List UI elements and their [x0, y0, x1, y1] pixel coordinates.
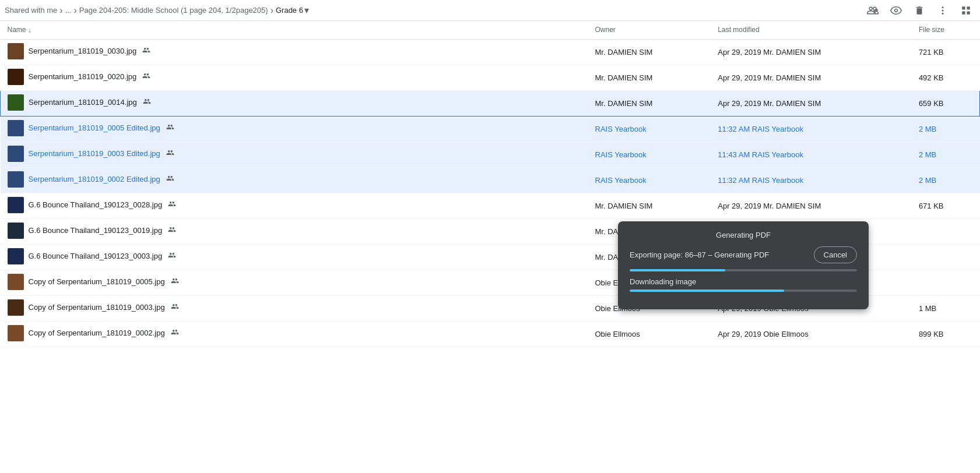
- file-name-cell: G.6 Bounce Thailand_190123_0019.jpg: [1, 219, 324, 242]
- more-options-button[interactable]: [933, 1, 952, 20]
- breadcrumb-sep-1: ›: [59, 5, 62, 16]
- table-row[interactable]: Copy of Serpentarium_181019_0002.jpgObie…: [1, 321, 980, 347]
- file-thumbnail: [8, 299, 24, 316]
- file-thumbnail: [8, 69, 24, 85]
- file-name[interactable]: Serpentarium_181019_0005 Edited.jpg: [29, 123, 160, 132]
- file-name-cell: Serpentarium_181019_0014.jpg: [1, 91, 324, 114]
- share-icon: [171, 302, 179, 312]
- file-name[interactable]: Copy of Serpentarium_181019_0005.jpg: [29, 277, 165, 286]
- file-size-cell: 2 MB: [912, 142, 980, 167]
- table-row[interactable]: G.6 Bounce Thailand_190123_0028.jpgMr. D…: [1, 193, 980, 218]
- svg-rect-7: [967, 6, 970, 9]
- file-size-cell: 1 MB: [912, 295, 980, 321]
- file-size-cell: [912, 244, 980, 270]
- cancel-button[interactable]: Cancel: [814, 246, 857, 263]
- breadcrumb-item-ellipsis[interactable]: ...: [65, 6, 72, 15]
- owner-cell: RAIS Yearbook: [588, 167, 711, 193]
- breadcrumb-item-page[interactable]: Page 204-205: Middle School (1 page 204,…: [79, 6, 268, 15]
- file-name[interactable]: G.6 Bounce Thailand_190123_0019.jpg: [29, 226, 163, 235]
- file-thumbnail: [8, 171, 24, 188]
- file-name[interactable]: Serpentarium_181019_0030.jpg: [29, 47, 137, 55]
- svg-rect-8: [962, 11, 965, 14]
- owner-cell: RAIS Yearbook: [588, 116, 711, 142]
- share-icon: [166, 174, 174, 184]
- file-name-cell: Copy of Serpentarium_181019_0002.jpg: [1, 322, 324, 345]
- file-name-cell: Serpentarium_181019_0020.jpg: [1, 65, 324, 89]
- table-row[interactable]: Serpentarium_181019_0014.jpgMr. DAMIEN S…: [1, 90, 980, 116]
- file-thumbnail: [8, 325, 24, 341]
- table-row[interactable]: Serpentarium_181019_0003 Edited.jpgRAIS …: [1, 142, 980, 167]
- file-thumbnail: [8, 146, 24, 162]
- breadcrumb-item-grade[interactable]: Grade 6 ▾: [276, 5, 309, 16]
- last-modified-cell: Apr 29, 2019 Mr. DAMIEN SIM: [711, 39, 912, 65]
- breadcrumb-sep-3: ›: [271, 5, 273, 16]
- file-name-cell: Serpentarium_181019_0002 Edited.jpg: [1, 168, 324, 191]
- svg-rect-6: [962, 6, 965, 9]
- file-name[interactable]: Copy of Serpentarium_181019_0002.jpg: [29, 329, 165, 337]
- header: Shared with me › ... › Page 204-205: Mid…: [0, 0, 980, 21]
- file-name[interactable]: Serpentarium_181019_0002 Edited.jpg: [29, 175, 160, 183]
- last-modified-cell: Apr 29, 2019 Mr. DAMIEN SIM: [711, 65, 912, 90]
- last-modified-cell: 11:43 AM RAIS Yearbook: [711, 142, 912, 167]
- file-size-cell: [912, 218, 980, 244]
- grid-view-button[interactable]: [957, 1, 975, 20]
- file-thumbnail: [8, 120, 24, 136]
- share-icon: [166, 149, 174, 158]
- share-icon: [142, 46, 150, 56]
- breadcrumb-grade-label: Grade 6: [276, 6, 303, 15]
- share-icon: [168, 225, 176, 235]
- owner-cell: Mr. DAMIEN SIM: [588, 65, 711, 90]
- breadcrumb-sep-2: ›: [74, 5, 77, 16]
- preview-button[interactable]: [887, 1, 905, 20]
- col-name[interactable]: Name ↓: [1, 21, 588, 39]
- table-row[interactable]: Serpentarium_181019_0005 Edited.jpgRAIS …: [1, 116, 980, 142]
- file-thumbnail: [8, 197, 24, 213]
- share-icon: [143, 97, 151, 107]
- table-row[interactable]: Serpentarium_181019_0002 Edited.jpgRAIS …: [1, 167, 980, 193]
- file-size-cell: 492 KB: [912, 65, 980, 90]
- file-name[interactable]: Serpentarium_181019_0020.jpg: [29, 72, 137, 81]
- file-name-cell: Copy of Serpentarium_181019_0003.jpg: [1, 296, 324, 319]
- file-name[interactable]: Serpentarium_181019_0014.jpg: [29, 98, 137, 107]
- breadcrumb-item-shared[interactable]: Shared with me: [5, 6, 57, 15]
- download-progress-bar: [630, 290, 857, 292]
- col-owner: Owner: [588, 21, 711, 39]
- file-size-cell: 671 KB: [912, 193, 980, 218]
- file-size-cell: 659 KB: [912, 90, 980, 116]
- last-modified-cell: 11:32 AM RAIS Yearbook: [711, 167, 912, 193]
- share-icon: [142, 72, 150, 82]
- file-name[interactable]: G.6 Bounce Thailand_190123_0028.jpg: [29, 200, 163, 209]
- share-icon: [168, 200, 176, 210]
- file-thumbnail: [8, 223, 24, 239]
- col-last-modified: Last modified: [711, 21, 912, 39]
- file-name-cell: Copy of Serpentarium_181019_0005.jpg: [1, 270, 324, 294]
- popup-export-text: Exporting page: 86–87 – Generating PDF: [630, 250, 769, 259]
- file-size-cell: 899 KB: [912, 321, 980, 347]
- file-thumbnail: [8, 274, 24, 290]
- file-thumbnail: [8, 248, 24, 264]
- owner-cell: RAIS Yearbook: [588, 142, 711, 167]
- svg-point-4: [942, 9, 944, 11]
- table-header-row: Name ↓ Owner Last modified File size: [1, 21, 980, 39]
- share-icon: [171, 277, 179, 287]
- col-file-size: File size: [912, 21, 980, 39]
- popup-export-row: Exporting page: 86–87 – Generating PDF C…: [630, 246, 857, 263]
- share-icon: [166, 123, 174, 133]
- add-person-button[interactable]: [863, 1, 882, 20]
- file-name[interactable]: Serpentarium_181019_0003 Edited.jpg: [29, 149, 160, 158]
- table-row[interactable]: Serpentarium_181019_0030.jpgMr. DAMIEN S…: [1, 39, 980, 65]
- svg-point-2: [895, 9, 898, 12]
- table-row[interactable]: Serpentarium_181019_0020.jpgMr. DAMIEN S…: [1, 65, 980, 90]
- svg-point-3: [942, 6, 944, 8]
- owner-cell: Mr. DAMIEN SIM: [588, 193, 711, 218]
- file-size-cell: 721 KB: [912, 39, 980, 65]
- export-progress-fill: [630, 269, 725, 271]
- header-actions: [863, 1, 975, 20]
- owner-cell: Obie Ellmoos: [588, 321, 711, 347]
- file-name[interactable]: Copy of Serpentarium_181019_0003.jpg: [29, 303, 165, 312]
- svg-point-5: [942, 12, 944, 14]
- last-modified-cell: Apr 29, 2019 Mr. DAMIEN SIM: [711, 193, 912, 218]
- delete-button[interactable]: [910, 1, 929, 20]
- last-modified-cell: 11:32 AM RAIS Yearbook: [711, 116, 912, 142]
- file-name[interactable]: G.6 Bounce Thailand_190123_0003.jpg: [29, 252, 163, 260]
